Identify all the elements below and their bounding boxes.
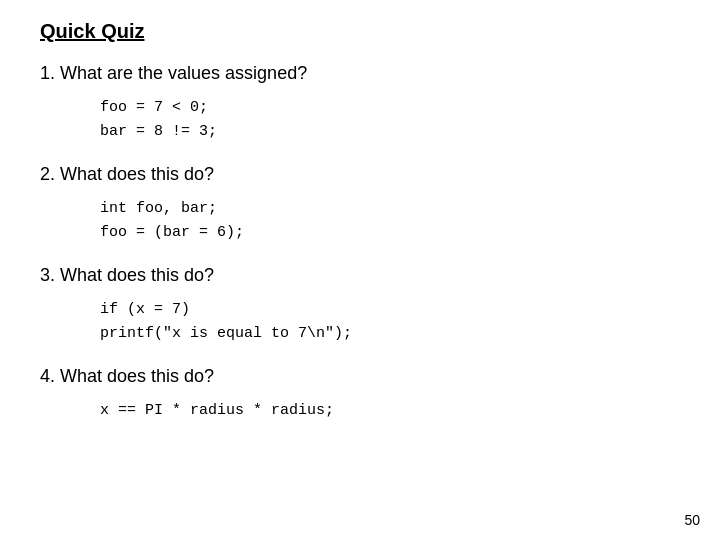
question-2-code: int foo, bar; foo = (bar = 6); (100, 197, 680, 245)
q4-code-line-1: x == PI * radius * radius; (100, 399, 680, 423)
question-1-label: 1. What are the values assigned? (40, 63, 680, 84)
question-4-label: 4. What does this do? (40, 366, 680, 387)
page-number: 50 (684, 512, 700, 528)
q2-code-line-2: foo = (bar = 6); (100, 221, 680, 245)
q1-code-line-1: foo = 7 < 0; (100, 96, 680, 120)
question-3-code: if (x = 7) printf("x is equal to 7\n"); (100, 298, 680, 346)
question-1-code: foo = 7 < 0; bar = 8 != 3; (100, 96, 680, 144)
q3-code-line-1: if (x = 7) (100, 298, 680, 322)
page: Quick Quiz 1. What are the values assign… (0, 0, 720, 540)
question-4-code: x == PI * radius * radius; (100, 399, 680, 423)
q1-code-line-2: bar = 8 != 3; (100, 120, 680, 144)
page-title: Quick Quiz (40, 20, 680, 43)
q2-code-line-1: int foo, bar; (100, 197, 680, 221)
question-2-label: 2. What does this do? (40, 164, 680, 185)
question-3-label: 3. What does this do? (40, 265, 680, 286)
q3-code-line-2: printf("x is equal to 7\n"); (100, 322, 680, 346)
